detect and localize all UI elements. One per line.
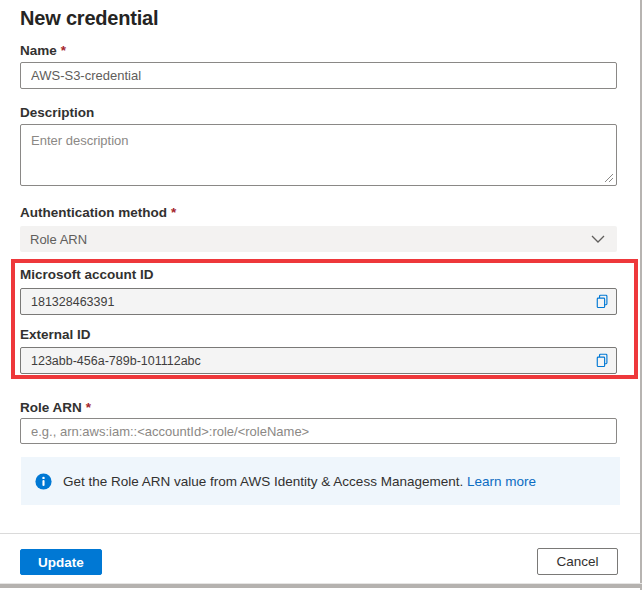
- name-label: Name*: [20, 43, 66, 58]
- page-title: New credential: [20, 7, 158, 30]
- auth-method-selected-value: Role ARN: [30, 232, 87, 247]
- auth-method-label: Authentication method*: [20, 205, 176, 220]
- copy-microsoft-account-id-button[interactable]: [592, 292, 612, 312]
- role-arn-input[interactable]: [20, 418, 617, 444]
- description-textarea-wrap: [20, 124, 617, 186]
- update-button[interactable]: Update: [20, 549, 102, 575]
- name-input[interactable]: [20, 62, 617, 89]
- external-id-input[interactable]: [21, 348, 581, 373]
- required-asterisk: *: [171, 205, 176, 220]
- info-icon: [35, 473, 52, 490]
- info-banner-text: Get the Role ARN value from AWS Identity…: [63, 474, 536, 489]
- cancel-button[interactable]: Cancel: [537, 548, 618, 575]
- chevron-down-icon: [591, 235, 605, 243]
- new-credential-panel: New credential Name* Description Authent…: [0, 0, 642, 590]
- required-asterisk: *: [86, 400, 91, 415]
- external-id-field: [20, 347, 617, 374]
- copy-external-id-button[interactable]: [592, 351, 612, 371]
- panel-bottom-border: [0, 583, 642, 588]
- external-id-label: External ID: [20, 327, 91, 342]
- copy-icon: [595, 353, 609, 368]
- copy-icon: [595, 294, 609, 309]
- description-textarea[interactable]: [20, 124, 617, 186]
- microsoft-account-id-input[interactable]: [21, 289, 581, 314]
- footer-divider: [0, 533, 642, 534]
- info-banner: Get the Role ARN value from AWS Identity…: [21, 457, 620, 505]
- role-arn-label: Role ARN*: [20, 400, 91, 415]
- learn-more-link[interactable]: Learn more: [467, 474, 536, 489]
- required-asterisk: *: [61, 43, 66, 58]
- microsoft-account-id-label: Microsoft account ID: [20, 267, 154, 282]
- description-label: Description: [20, 105, 94, 120]
- microsoft-account-id-field: [20, 288, 617, 315]
- auth-method-dropdown[interactable]: Role ARN: [20, 226, 617, 252]
